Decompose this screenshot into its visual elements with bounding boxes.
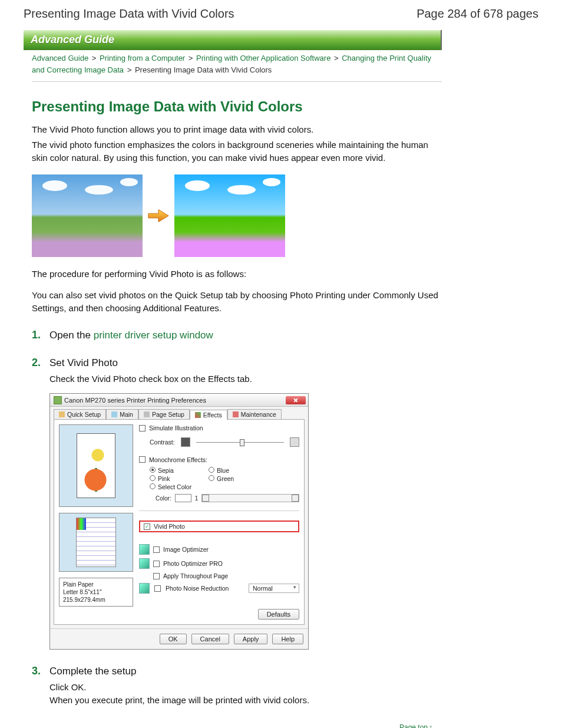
radio-label: Select Color	[158, 483, 191, 490]
paper-info: Plain Paper Letter 8.5"x11" 215.9x279.4m…	[59, 578, 133, 607]
cancel-button[interactable]: Cancel	[191, 634, 229, 644]
vivid-photo-highlight: Vivid Photo	[139, 521, 299, 532]
tab-icon	[111, 411, 117, 417]
app-icon	[54, 396, 62, 404]
breadcrumb-link[interactable]: Printing from a Computer	[100, 54, 185, 62]
breadcrumb-sep: >	[92, 54, 97, 62]
apply-throughout-label: Apply Throughout Page	[163, 572, 228, 579]
paper-size: Letter 8.5"x11" 215.9x279.4mm	[63, 588, 129, 604]
apply-button[interactable]: Apply	[234, 634, 268, 644]
color-scrollbar[interactable]	[201, 494, 299, 502]
tab-page-setup[interactable]: Page Setup	[138, 409, 190, 419]
tab-icon	[233, 411, 239, 417]
breadcrumb-sep: >	[334, 54, 339, 62]
simulate-label: Simulate Illustration	[149, 424, 203, 431]
select-color-radio[interactable]	[150, 483, 156, 489]
guide-banner: Advanced Guide	[24, 30, 442, 50]
image-optimizer-checkbox[interactable]	[153, 546, 160, 553]
vivid-photo-label: Vivid Photo	[154, 523, 185, 530]
radio-label: Pink	[158, 475, 170, 482]
guide-banner-label: Advanced Guide	[31, 34, 114, 46]
radio-label: Blue	[217, 467, 229, 474]
step-number: 1.	[32, 329, 45, 341]
intro-p1: The Vivid Photo function allows you to p…	[32, 123, 442, 136]
pink-radio[interactable]	[150, 475, 156, 481]
tab-icon	[59, 411, 65, 417]
page-top-link[interactable]: Page top	[399, 723, 428, 728]
tab-icon	[195, 412, 201, 418]
tab-label: Effects	[203, 411, 222, 419]
arrow-right-icon	[147, 207, 170, 224]
breadcrumb-link[interactable]: Advanced Guide	[32, 54, 88, 62]
step-title-text: Complete the setup	[49, 666, 136, 677]
preview-image	[59, 424, 133, 507]
tab-label: Main	[120, 411, 133, 418]
vivid-photo-checkbox[interactable]	[144, 523, 150, 530]
apply-throughout-checkbox[interactable]	[153, 573, 160, 579]
contrast-slider[interactable]	[196, 438, 284, 446]
up-arrow-icon: ↑	[429, 723, 432, 728]
green-radio[interactable]	[209, 475, 214, 481]
contrast-label: Contrast:	[150, 439, 175, 446]
before-after-images	[32, 174, 442, 257]
mid-p2: You can also set vivid photos on the Qui…	[32, 289, 442, 315]
tab-main[interactable]: Main	[106, 409, 138, 419]
step-number: 2.	[32, 357, 45, 369]
photo-optimizer-checkbox[interactable]	[153, 561, 160, 567]
after-image	[174, 174, 285, 257]
page-number: Page 284 of 678 pages	[416, 7, 538, 21]
blue-radio[interactable]	[209, 467, 214, 473]
before-image	[32, 174, 143, 257]
mid-p1: The procedure for performing Vivid Photo…	[32, 268, 442, 281]
sepia-radio[interactable]	[150, 467, 156, 473]
dialog-titlebar: Canon MP270 series Printer Printing Pref…	[50, 394, 308, 407]
noise-reduction-label: Photo Noise Reduction	[166, 585, 229, 592]
image-optimizer-label: Image Optimizer	[163, 546, 209, 553]
tab-label: Quick Setup	[67, 411, 101, 418]
breadcrumb-current: Presenting Image Data with Vivid Colors	[135, 65, 272, 74]
dialog-title: Canon MP270 series Printer Printing Pref…	[64, 397, 206, 404]
page-header-title: Presenting Image Data with Vivid Colors	[24, 7, 234, 21]
monochrome-label: Monochrome Effects:	[149, 456, 207, 463]
contrast-high-icon	[290, 437, 299, 447]
tab-label: Page Setup	[152, 411, 184, 418]
tab-label: Maintenance	[241, 411, 276, 418]
color-value: 1	[195, 495, 199, 502]
step-body: Click OK. When you execute print, the im…	[49, 681, 442, 707]
page-preview	[59, 513, 133, 572]
monochrome-checkbox[interactable]	[139, 456, 146, 463]
image-optimizer-icon	[139, 544, 150, 555]
breadcrumb: Advanced Guide > Printing from a Compute…	[32, 52, 442, 82]
noise-level-combo[interactable]: Normal	[249, 584, 299, 593]
close-icon[interactable]	[286, 396, 306, 404]
step-body: Check the Vivid Photo check box on the E…	[49, 373, 442, 386]
contrast-low-icon	[181, 437, 190, 447]
printing-preferences-dialog: Canon MP270 series Printer Printing Pref…	[49, 393, 309, 650]
page-title: Presenting Image Data with Vivid Colors	[32, 98, 442, 115]
color-swatch	[175, 494, 191, 502]
intro-p2: The vivid photo function emphasizes the …	[32, 139, 442, 164]
breadcrumb-link[interactable]: Printing with Other Application Software	[196, 54, 330, 62]
tab-row: Quick Setup Main Page Setup Effects Main…	[50, 407, 308, 419]
printer-driver-setup-link[interactable]: printer driver setup window	[94, 330, 213, 341]
simulate-illustration-checkbox[interactable]	[139, 425, 146, 431]
noise-reduction-icon	[139, 583, 150, 594]
tab-quick-setup[interactable]: Quick Setup	[54, 409, 106, 419]
breadcrumb-sep: >	[189, 54, 193, 62]
ok-button[interactable]: OK	[160, 634, 187, 644]
help-button[interactable]: Help	[272, 634, 303, 644]
photo-optimizer-icon	[139, 558, 150, 569]
step-number: 3.	[32, 665, 45, 677]
tab-icon	[144, 411, 150, 417]
color-label: Color:	[156, 495, 171, 502]
photo-optimizer-label: Photo Optimizer PRO	[163, 560, 223, 567]
radio-label: Green	[217, 475, 234, 482]
tab-maintenance[interactable]: Maintenance	[227, 409, 282, 419]
step-title-text: Set Vivid Photo	[49, 357, 118, 369]
paper-type: Plain Paper	[63, 581, 129, 588]
breadcrumb-sep: >	[127, 65, 132, 74]
step-title-text: Open the	[49, 330, 94, 341]
tab-effects[interactable]: Effects	[190, 410, 227, 420]
noise-reduction-checkbox[interactable]	[154, 585, 161, 592]
defaults-button[interactable]: Defaults	[258, 609, 299, 620]
